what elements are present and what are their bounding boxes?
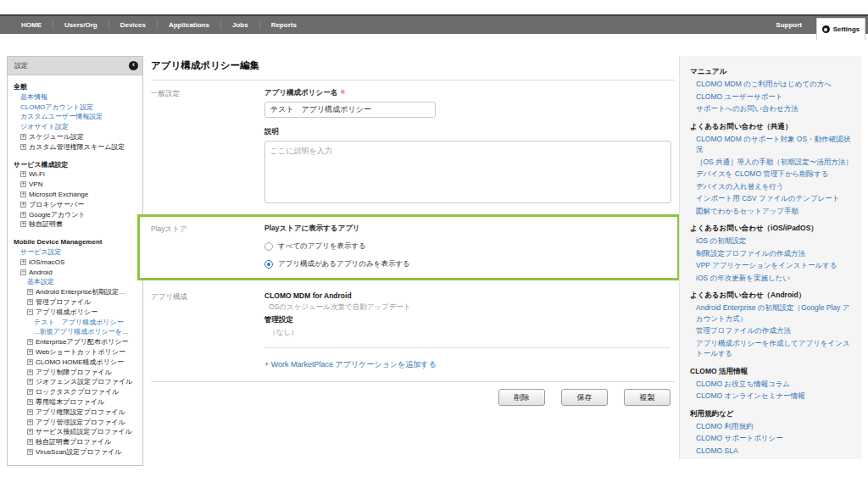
tree-item-label[interactable]: Android [29,269,53,276]
tree-item-label[interactable]: 独自証明書 [29,220,63,228]
radio-unchecked-icon[interactable] [264,242,273,251]
nav-item-users-org[interactable]: Users/Org [53,21,108,29]
tree-expand-icon[interactable]: + [20,191,26,197]
tree-expand-icon[interactable]: + [27,359,33,365]
tree-expand-icon[interactable]: + [20,202,26,208]
help-link[interactable]: サポートへのお問い合わせ方法 [690,103,853,114]
tree-item-label[interactable]: カスタム管理権限スキーム設定 [29,143,125,151]
tree-item-label[interactable]: VPN [29,180,42,188]
tree-expand-icon[interactable]: + [20,171,26,177]
tree-item-label[interactable]: 専用端末プロファイル [36,398,104,406]
tree-expand-icon[interactable]: + [27,399,33,405]
tree-item-label[interactable]: アプリ権限設定プロファイル [36,408,125,416]
help-link[interactable]: iOS の初期設定 [690,236,853,247]
tree-expand-icon[interactable]: + [20,134,26,140]
nav-item-applications[interactable]: Applications [158,21,220,29]
tree-expand-icon[interactable]: + [27,389,33,395]
help-link[interactable]: CLOMO ユーザーサポート [690,92,853,103]
nav-support-link[interactable]: Support [776,16,802,34]
tree-item-label[interactable]: Wi-Fi [29,170,45,178]
help-section-heading: マニュアル [690,67,853,77]
nav-item-jobs[interactable]: Jobs [221,21,259,29]
tree-item-label[interactable]: アプリ管理設定プロファイル [36,419,125,426]
radio-option[interactable]: すべてのアプリを表示する [264,241,410,252]
radio-option[interactable]: アプリ構成があるアプリのみを表示する [264,259,410,269]
tree-item-label[interactable]: VirusScan設定プロファイル [36,448,121,456]
tree-item-label[interactable]: プロキシサーバー [29,201,84,208]
nav-item-home[interactable]: HOME [10,21,53,29]
tree-item-label[interactable]: スケジュール設定 [29,133,84,141]
help-link[interactable]: CLOMO オンラインセミナー情報 [690,391,853,402]
tree-item-label[interactable]: Enterpriseアプリ配布ポリシー [36,338,129,346]
tree-item-selected-label[interactable]: テスト アプリ構成ポリシー [34,319,124,326]
tree-item-label[interactable]: カスタムユーザー情報設定 [20,113,103,120]
tree-expand-icon[interactable]: + [27,409,33,415]
add-work-marketplace-app-link[interactable]: + Work MarketPlace アプリケーションを追加する [264,359,437,370]
description-textarea[interactable] [264,141,671,203]
duplicate-button[interactable]: 複製 [624,389,670,406]
tab-settings[interactable]: Settings [816,18,865,40]
tree-item-label[interactable]: iOS/macOS [29,258,64,266]
help-link[interactable]: CLOMO 利用規約 [690,421,853,432]
tree-expand-icon[interactable]: − [20,269,26,275]
help-link[interactable]: CLOMO お役立ち情報コラム [690,379,853,390]
radio-checked-icon[interactable] [264,260,273,269]
tree-expand-icon[interactable]: − [27,309,33,315]
tree-expand-icon[interactable]: + [20,181,26,187]
tree-expand-icon[interactable]: + [27,449,33,455]
tree-item-label[interactable]: アプリ構成ポリシー [36,308,97,316]
tree-item-label[interactable]: 管理プロファイル [36,298,91,306]
delete-button[interactable]: 削除 [498,389,545,406]
help-link[interactable]: iOS の年次更新を実施したい [690,273,853,284]
tree-expand-icon[interactable]: + [27,349,33,355]
tree-item-label[interactable]: サービス設定 [20,248,62,256]
help-link[interactable]: Android Enterprise の初期設定（Google Play アカウ… [690,302,853,324]
help-link[interactable]: 制限設定プロファイルの作成方法 [690,248,853,259]
help-link[interactable]: デバイスを CLOMO 管理下から削除する [690,169,853,180]
tree-item-label[interactable]: CLOMOアカウント設定 [20,103,93,111]
collapse-sidebar-icon[interactable] [129,61,138,70]
tree-expand-icon[interactable]: + [27,299,33,305]
tree-item-label[interactable]: 独自証明書プロファイル [36,438,111,446]
tree-expand-icon[interactable]: + [20,259,26,265]
tree-item-label[interactable]: Webショートカットポリシー [36,348,125,356]
tree-item-label[interactable]: サービス接続設定プロファイル [36,428,132,435]
help-link[interactable]: CLOMO SLA [690,446,853,457]
help-link[interactable]: 管理プロファイルの作成方法 [690,325,853,336]
tree-item-label[interactable]: CLOMO HOME構成ポリシー [36,358,124,366]
help-link[interactable]: VPP アプリケーションをインストールする [690,260,853,271]
help-link[interactable]: 図解でわかるセットアップ手順 [690,206,853,217]
tree-item-label[interactable]: 基本情報 [20,93,47,101]
tree-expand-icon[interactable]: + [20,212,26,218]
help-link[interactable]: デバイスの入れ替えを行う [690,181,853,192]
help-link[interactable]: ［OS 共通］導入の手順（初期設定〜活用方法） [690,157,853,168]
tree-expand-icon[interactable]: + [27,439,33,445]
tree-item-label[interactable]: ロックタスクプロファイル [36,388,119,396]
tree-expand-icon[interactable]: + [27,429,33,435]
help-link[interactable]: CLOMO MDM のご利用がはじめての方へ [690,79,853,90]
tree-item-label[interactable]: ジオフェンス設定プロファイル [36,378,132,385]
tree-item-label[interactable]: アプリ制限プロファイル [36,369,112,376]
tree-expand-icon[interactable]: + [20,144,26,150]
tree-expand-icon[interactable]: + [27,379,33,385]
tree-item-label[interactable]: Android Enterprise初期設定… [36,288,125,296]
nav-item-devices[interactable]: Devices [109,21,157,29]
nav-item-reports[interactable]: Reports [260,21,308,29]
help-link[interactable]: アプリ構成ポリシーを作成してアプリをインストールする [690,338,853,359]
tree-item-label[interactable]: ジオサイト設定 [20,123,69,130]
appconfig-fields: CLOMO MDM for Android OSのスケジュール次第で自動アップデ… [264,291,670,370]
tree-expand-icon[interactable]: + [27,419,33,425]
tree-item-label[interactable]: Googleアカウント [29,211,86,219]
tree-expand-icon[interactable]: + [20,221,26,227]
tree-expand-icon[interactable]: + [27,339,33,345]
help-link[interactable]: インポート用 CSV ファイルのテンプレート [690,193,853,204]
tree-item-label[interactable]: 基本設定 [27,278,54,286]
tree-item-label[interactable]: ...新規アプリ構成ポリシーを... [34,328,128,336]
tree-item-label[interactable]: Microsoft Exchange [29,191,88,198]
tree-expand-icon[interactable]: + [27,369,33,375]
help-link[interactable]: CLOMO サポートポリシー [690,433,853,444]
save-button[interactable]: 保存 [561,389,608,406]
tree-expand-icon[interactable]: + [27,289,33,295]
policy-name-input[interactable] [264,102,436,118]
help-link[interactable]: CLOMO MDM のサポート対象 OS・動作確認状況 [690,134,853,155]
